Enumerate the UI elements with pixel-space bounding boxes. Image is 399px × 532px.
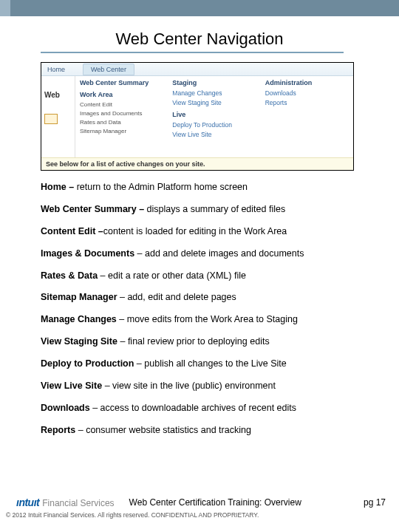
def-rates-data: Rates & Data – edit a rate or other data… [41,270,377,282]
work-area-heading: Work Area [80,91,163,98]
def-view-staging-site: View Staging Site – final review prior t… [41,335,377,348]
link-content-edit[interactable]: Content Edit [80,101,163,108]
page-number: pg 17 [364,497,386,508]
def-manage-changes: Manage Changes – move edits from the Wor… [41,313,377,326]
def-reports: Reports – consumer website statistics an… [41,424,377,437]
link-view-live[interactable]: View Live Site [172,131,256,138]
screenshot-tabs: Home Web Center [41,63,353,76]
screenshot-left-panel: Web [41,76,75,157]
footer: ıntuıt Financial Services Web Center Cer… [0,497,399,519]
col-admin: Administration Downloads Reports [261,76,353,157]
summary-heading: Web Center Summary [80,79,163,86]
brand-logo: ıntuıt Financial Services [16,497,115,508]
staging-heading: Staging [172,79,256,86]
def-view-live-site: View Live Site – view site in the live (… [41,380,377,392]
warning-icon [44,114,58,124]
def-content-edit: Content Edit –content is loaded for edit… [41,225,377,238]
def-downloads: Downloads – access to downloadable archi… [41,402,377,415]
top-accent-bar [0,0,399,16]
link-rates-data[interactable]: Rates and Data [80,119,163,126]
link-sitemap-manager[interactable]: Sitemap Manager [80,128,163,134]
link-reports[interactable]: Reports [265,99,349,106]
footer-title: Web Center Certification Training: Overv… [129,497,301,508]
link-deploy-prod[interactable]: Deploy To Production [172,121,256,129]
admin-screenshot: Home Web Center Web Web Center Summary W… [41,62,354,171]
def-sitemap-manager: Sitemap Manager – add, edit and delete p… [41,291,377,304]
logo-intuit-text: ıntuıt [16,497,39,508]
tab-home[interactable]: Home [47,66,65,73]
col-summary: Web Center Summary Work Area Content Edi… [75,76,168,157]
logo-suffix: Financial Services [42,498,114,508]
admin-heading: Administration [265,79,349,86]
def-web-center-summary: Web Center Summary – displays a summary … [41,203,377,216]
definitions-list: Home – return to the Admin Platform home… [41,181,377,437]
link-view-staging[interactable]: View Staging Site [172,99,256,106]
screenshot-footnote: See below for a list of active changes o… [41,157,353,170]
top-accent-left [0,0,10,16]
copyright: © 2012 Intuit Financial Services. All ri… [0,511,399,519]
tab-web-center[interactable]: Web Center [83,64,134,75]
link-images-docs[interactable]: Images and Documents [80,110,163,117]
col-staging: Staging Manage Changes View Staging Site… [168,76,260,157]
link-manage-changes[interactable]: Manage Changes [172,89,256,97]
link-downloads[interactable]: Downloads [265,89,349,97]
live-heading: Live [172,111,256,118]
def-home: Home – return to the Admin Platform home… [41,181,377,194]
def-images-documents: Images & Documents – add and delete imag… [41,248,377,260]
page-title: Web Center Navigation [0,30,399,49]
def-deploy-production: Deploy to Production – publish all chang… [41,358,377,370]
left-label: Web [44,91,72,99]
title-underline [41,52,344,53]
